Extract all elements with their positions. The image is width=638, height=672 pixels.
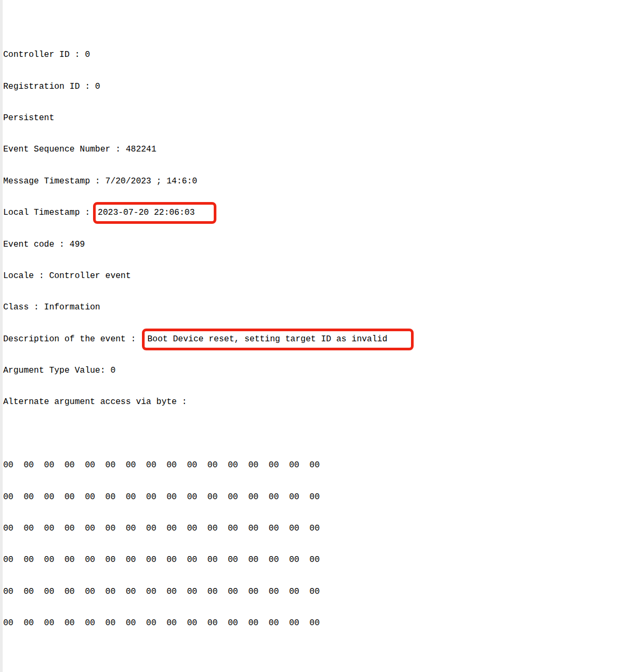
local-timestamp-value: 2023-07-20 22:06:03 bbox=[98, 208, 195, 217]
hex-dump-row: 00 00 00 00 00 00 00 00 00 00 00 00 00 0… bbox=[3, 492, 638, 503]
log-viewer-page: Controller ID : 0 Registration ID : 0 Pe… bbox=[0, 0, 638, 672]
registration-id-line: Registration ID : 0 bbox=[3, 82, 638, 93]
description-label: Description of the event : bbox=[3, 334, 141, 344]
blank-line bbox=[3, 650, 638, 661]
blank-line bbox=[3, 429, 638, 440]
hex-dump-row: 00 00 00 00 00 00 00 00 00 00 00 00 00 0… bbox=[3, 460, 638, 471]
alternate-argument-line: Alternate argument access via byte : bbox=[3, 397, 638, 408]
left-edge-strip bbox=[0, 0, 3, 672]
hex-dump-row: 00 00 00 00 00 00 00 00 00 00 00 00 00 0… bbox=[3, 587, 638, 598]
annotation-box-description: Boot Device reset, setting target ID as … bbox=[142, 329, 413, 350]
hex-dump-row: 00 00 00 00 00 00 00 00 00 00 00 00 00 0… bbox=[3, 524, 638, 534]
locale-line: Locale : Controller event bbox=[3, 271, 638, 282]
description-line: Description of the event : Boot Device r… bbox=[3, 334, 638, 345]
event-sequence-line: Event Sequence Number : 482241 bbox=[3, 145, 638, 155]
controller-id-line: Controller ID : 0 bbox=[3, 50, 638, 61]
hex-dump-row: 00 00 00 00 00 00 00 00 00 00 00 00 00 0… bbox=[3, 555, 638, 566]
local-timestamp-line: Local Timestamp : 2023-07-20 22:06:03 bbox=[3, 208, 638, 219]
message-timestamp-line: Message Timestamp : 7/20/2023 ; 14:6:0 bbox=[3, 177, 638, 187]
event-code-line: Event code : 499 bbox=[3, 240, 638, 250]
argument-type-line: Argument Type Value: 0 bbox=[3, 366, 638, 376]
description-value: Boot Device reset, setting target ID as … bbox=[147, 334, 387, 344]
local-timestamp-label: Local Timestamp : bbox=[3, 208, 95, 217]
annotation-box-local-timestamp: 2023-07-20 22:06:03 bbox=[93, 202, 216, 224]
hex-dump-row: 00 00 00 00 00 00 00 00 00 00 00 00 00 0… bbox=[3, 618, 638, 629]
persistent-line: Persistent bbox=[3, 113, 638, 124]
class-line: Class : Information bbox=[3, 303, 638, 313]
event-log-content: Controller ID : 0 Registration ID : 0 Pe… bbox=[3, 8, 638, 672]
